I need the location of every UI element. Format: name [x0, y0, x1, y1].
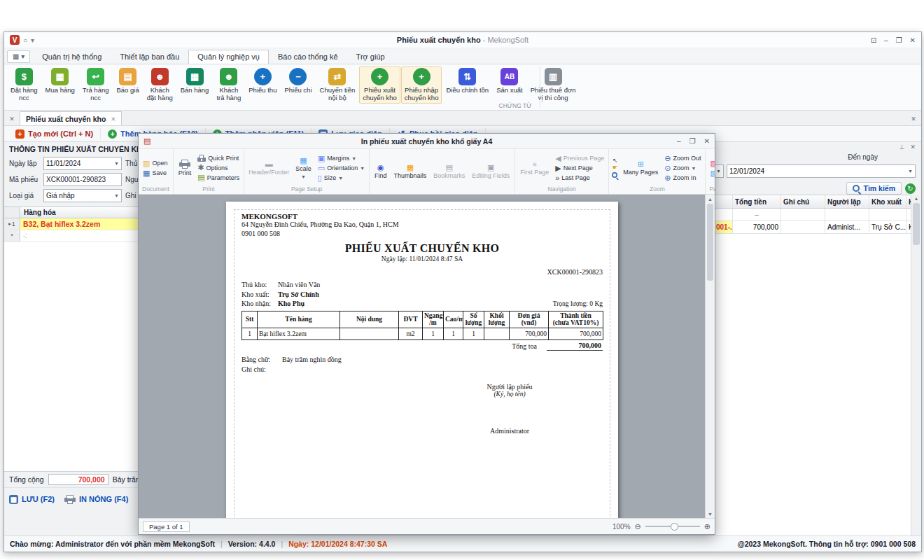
ma-phieu-input[interactable]: XCK00001-290823	[43, 173, 122, 186]
ribbon-item-phieu-xuat-chuyen-kho[interactable]: + Phiếu xuất chuyển kho	[359, 66, 400, 104]
hand-tool-icon[interactable]: ☛	[612, 164, 618, 171]
scroll-up-icon[interactable]: ▲	[706, 195, 715, 203]
next-page-button[interactable]: ▶ Next Page	[553, 164, 606, 173]
last-page-button[interactable]: » Last Page	[553, 174, 606, 183]
zoom-in-button[interactable]: ⊕ Zoom In	[662, 174, 703, 183]
page-color-button[interactable]: ▨ ▼	[708, 159, 715, 168]
orientation-button[interactable]: ▭ Orientation ▼	[316, 164, 367, 173]
column-tong-tien[interactable]: Tổng tiền	[733, 195, 781, 208]
scroll-down-icon[interactable]: ▼	[706, 510, 715, 518]
previous-page-button[interactable]: ◀ Previous Page	[553, 154, 606, 163]
ribbon-item-phieu-chi[interactable]: − Phiếu chi	[281, 66, 315, 104]
scrollbar[interactable]: ▲	[911, 195, 921, 536]
dialog-titlebar[interactable]: ▤ In phiếu xuất chuyển kho khổ giấy A4 –…	[139, 134, 715, 149]
ribbon-item-phieu-thue-don-vi-thi-cong[interactable]: ▥ Phiếu thuê đơn vị thi công	[527, 66, 580, 104]
ribbon-item-phieu-nhap-chuyen-kho[interactable]: + Phiếu nhập chuyển kho	[401, 66, 442, 104]
ribbon-item-tra-hang-ncc[interactable]: ↩ Trả hàng ncc	[79, 66, 113, 104]
save-document-button[interactable]: ▦ Save	[141, 169, 169, 178]
thumbnails-button[interactable]: ▦ Thumbnails	[391, 163, 430, 181]
hot-print-button[interactable]: IN NÓNG (F4)	[64, 495, 128, 504]
print-button[interactable]: Print	[176, 159, 195, 178]
close-panel-icon[interactable]: ✕	[910, 144, 916, 153]
ribbon-item-khach-tra-hang[interactable]: ☻ Khách trả hàng	[213, 66, 244, 104]
ribbon-item-chuyen-tien-noi-bo[interactable]: ⇄ Chuyển tiền nội bộ	[316, 66, 359, 104]
pin-icon[interactable]: ⊥	[899, 144, 905, 153]
parameters-button[interactable]: ▤ Parameters	[195, 173, 241, 182]
scale-button[interactable]: ▦ Scale ▼	[293, 156, 314, 181]
first-page-button[interactable]: « First Page	[517, 160, 552, 177]
quick-print-button[interactable]: Quick Print	[195, 154, 241, 162]
ngay-lap-input[interactable]: 11/01/2024 ▼	[43, 157, 122, 170]
ribbon-item-dat-hang-ncc[interactable]: $ Đặt hàng ncc	[7, 66, 41, 104]
loai-gia-select[interactable]: Giá nhập ▼	[43, 189, 122, 202]
maximize-icon[interactable]: ❐	[896, 36, 902, 44]
ribbon-item-san-xuat[interactable]: AB Sản xuất	[493, 66, 526, 104]
tab-tro-giup[interactable]: Trợ giúp	[347, 50, 394, 64]
close-tabs-right-icon[interactable]: ✕	[906, 115, 921, 125]
pointer-tool-icon[interactable]: ↖	[612, 158, 618, 164]
cell-kho-xuat[interactable]: Trụ Sở C...	[869, 221, 906, 233]
editing-fields-button[interactable]: ▣ Editing Fields	[469, 163, 512, 181]
zoom-slider[interactable]	[645, 526, 700, 527]
preview-scrollbar[interactable]: ▲ ▼	[705, 195, 715, 518]
zoom-button[interactable]: ⊙ Zoom ▼	[662, 164, 703, 173]
watermark-button[interactable]: ▧ ▼	[708, 169, 715, 178]
zoom-in-icon[interactable]: ⊕	[704, 522, 710, 531]
tab-bao-cao-thong-ke[interactable]: Báo cáo thống kê	[269, 50, 347, 64]
column-code[interactable]	[714, 195, 733, 208]
margins-button[interactable]: ▣ Margins ▼	[316, 154, 367, 163]
column-ghi-chu[interactable]: Ghi chú	[781, 195, 825, 208]
search-button[interactable]: Tìm kiếm	[846, 182, 902, 195]
header-footer-button[interactable]: ▬ Header/Footer	[246, 160, 291, 177]
save-button[interactable]: ▦ LƯU (F2)	[9, 495, 55, 504]
filter-tong-tien[interactable]: –	[733, 209, 781, 220]
tab-phieu-xuat-chuyen-kho-doc[interactable]: Phiếu xuất chuyển kho ✕	[20, 111, 122, 125]
zoom-out-button[interactable]: ⊖ Zoom Out	[662, 154, 703, 163]
den-ngay-input[interactable]: 12/01/2024 ▼	[727, 164, 916, 178]
close-tab-icon[interactable]: ✕	[111, 115, 115, 122]
ribbon-item-bao-gia[interactable]: ▤ Báo giá	[113, 66, 143, 104]
size-button[interactable]: ▯ Size ▼	[316, 174, 367, 183]
preview-area[interactable]: MEKONGSOFT 64 Nguyễn Đình Chiểu, Phường …	[139, 195, 715, 518]
dialog-minimize-icon[interactable]: –	[677, 137, 681, 145]
minimize-icon[interactable]: –	[884, 36, 888, 44]
close-all-tabs-icon[interactable]: ✕	[4, 115, 20, 125]
bookmarks-button[interactable]: ▤ Bookmarks	[430, 163, 468, 181]
quick-access-dropdown-icon[interactable]: ▾	[31, 36, 34, 44]
table-row[interactable]: 001-... 700,000 Administ... Trụ Sở C... …	[714, 221, 911, 234]
dialog-close-icon[interactable]: ✕	[704, 137, 710, 145]
chevron-down-icon[interactable]: ▼	[114, 193, 119, 198]
column-nguoi-lap[interactable]: Người lập	[825, 195, 869, 208]
find-button[interactable]: ◉ Find	[372, 163, 390, 181]
chevron-down-icon[interactable]: ▼	[908, 169, 913, 174]
tab-thiet-lap-ban-dau[interactable]: Thiết lập ban đầu	[111, 50, 188, 64]
tab-quan-ly-nghiep-vu[interactable]: Quản lý nghiệp vụ	[188, 50, 269, 64]
column-kho-xuat[interactable]: Kho xuất	[869, 195, 906, 208]
refresh-icon[interactable]: ↻	[905, 183, 916, 194]
options-button[interactable]: ✱ Options	[195, 163, 241, 172]
close-icon[interactable]: ✕	[910, 36, 916, 44]
cell-nguoi-lap[interactable]: Administ...	[825, 221, 869, 233]
dialog-maximize-icon[interactable]: ❐	[690, 137, 696, 145]
filter-row[interactable]: –	[714, 209, 911, 221]
zoom-out-icon[interactable]: ⊖	[635, 522, 641, 531]
open-button[interactable]: ▥ Open	[141, 159, 169, 168]
cell-code[interactable]: 001-...	[714, 221, 733, 233]
tab-quan-tri-he-thong[interactable]: Quản trị hệ thống	[33, 50, 111, 64]
ribbon-item-khach-dat-hang[interactable]: ☻ Khách đặt hàng	[144, 66, 176, 104]
cell-ghi-chu[interactable]	[781, 221, 825, 233]
many-pages-button[interactable]: ⊞ Many Pages	[620, 160, 661, 177]
create-new-button[interactable]: + Tạo mới (Ctrl + N)	[8, 128, 101, 139]
ribbon-item-dieu-chinh-ton[interactable]: ⇅ Điều chỉnh tồn	[442, 66, 492, 104]
quick-access-icon[interactable]: ○	[23, 36, 27, 44]
zoom-slider-thumb[interactable]	[671, 523, 678, 531]
ribbon-item-mua-hang[interactable]: ▦ Mua hàng	[42, 66, 78, 104]
tu-ngay-input[interactable]: ▼	[714, 164, 724, 178]
cell-tong-tien[interactable]: 700,000	[733, 221, 781, 233]
ribbon-item-ban-hang[interactable]: ▦ Bán hàng	[177, 66, 213, 104]
chevron-down-icon[interactable]: ▼	[114, 161, 119, 166]
ribbon-item-phieu-thu[interactable]: + Phiếu thu	[245, 66, 280, 104]
scrollbar-thumb[interactable]	[707, 204, 713, 281]
app-menu-button[interactable]: ▦ ▾	[7, 50, 30, 63]
magnifier-tool-icon[interactable]	[612, 172, 618, 178]
